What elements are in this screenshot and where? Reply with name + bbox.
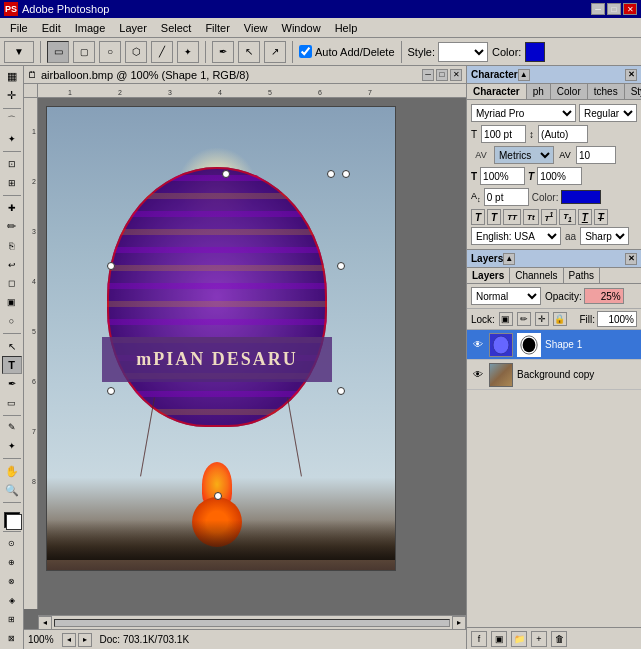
color-swatch[interactable] — [525, 42, 545, 62]
opacity-input[interactable] — [584, 288, 624, 304]
layer-mask-btn[interactable]: ▣ — [491, 631, 507, 647]
layer-item-bg-copy[interactable]: 👁 Background copy — [467, 360, 641, 390]
tt-super[interactable]: T1 — [541, 209, 558, 225]
baseline-input[interactable] — [484, 188, 529, 206]
doc-maximize[interactable]: □ — [436, 69, 448, 81]
shape-tool-rounded[interactable]: ▢ — [73, 41, 95, 63]
shape-tool-ellipse[interactable]: ○ — [99, 41, 121, 63]
tool-shape[interactable]: ▭ — [2, 394, 22, 412]
tool-brush[interactable]: ✏ — [2, 218, 22, 236]
tool-lasso[interactable]: ⌒ — [2, 112, 22, 130]
layer-eye-shape1[interactable]: 👁 — [471, 338, 485, 352]
tool-extra-3[interactable]: ⊗ — [2, 572, 22, 590]
tool-healing[interactable]: ✚ — [2, 199, 22, 217]
menu-filter[interactable]: Filter — [199, 20, 235, 36]
tool-hand[interactable]: ✋ — [2, 462, 22, 480]
maximize-button[interactable]: □ — [607, 3, 621, 15]
layer-eye-bg[interactable]: 👁 — [471, 368, 485, 382]
lock-all[interactable]: 🔒 — [553, 312, 567, 326]
shape-tool-line[interactable]: ╱ — [151, 41, 173, 63]
tab-layers[interactable]: Layers — [467, 268, 510, 283]
menu-help[interactable]: Help — [329, 20, 364, 36]
tab-channels[interactable]: Channels — [510, 268, 563, 283]
menu-select[interactable]: Select — [155, 20, 198, 36]
tt-small-caps[interactable]: Tt — [523, 209, 539, 225]
tool-path-select[interactable]: ↖ — [2, 337, 22, 355]
tool-magic-wand[interactable]: ✦ — [2, 131, 22, 149]
tool-extra-6[interactable]: ⊠ — [2, 629, 22, 647]
doc-minimize[interactable]: ─ — [422, 69, 434, 81]
font-size-input[interactable] — [481, 125, 526, 143]
menu-view[interactable]: View — [238, 20, 274, 36]
tab-ph[interactable]: ph — [527, 84, 551, 99]
canvas-document[interactable]: mPIAN DESARU — [46, 106, 396, 571]
tab-color[interactable]: Color — [551, 84, 588, 99]
kerning-select[interactable]: Metrics — [494, 146, 554, 164]
pen-tool[interactable]: ✒ — [212, 41, 234, 63]
lock-position[interactable]: ✛ — [535, 312, 549, 326]
shape-tool-custom[interactable]: ✦ — [177, 41, 199, 63]
leading-input[interactable] — [538, 125, 588, 143]
layer-item-shape1[interactable]: 👁 Shape 1 — [467, 330, 641, 360]
background-color[interactable] — [6, 514, 22, 530]
tab-character[interactable]: Character — [467, 84, 527, 99]
tt-italic[interactable]: T — [487, 209, 501, 225]
tool-zoom[interactable]: 🔍 — [2, 481, 22, 499]
layer-fx-btn[interactable]: f — [471, 631, 487, 647]
shape-tool-polygon[interactable]: ⬡ — [125, 41, 147, 63]
menu-layer[interactable]: Layer — [113, 20, 153, 36]
tool-preset-picker[interactable]: ▼ — [4, 41, 34, 63]
shape-tool-rectangle[interactable]: ▭ — [47, 41, 69, 63]
char-color-swatch[interactable] — [561, 190, 601, 204]
fill-input[interactable] — [597, 311, 637, 327]
tool-type[interactable]: T — [2, 356, 22, 374]
close-button[interactable]: ✕ — [623, 3, 637, 15]
lock-transparency[interactable]: ▣ — [499, 312, 513, 326]
tab-paths[interactable]: Paths — [564, 268, 601, 283]
tool-dodge[interactable]: ○ — [2, 312, 22, 330]
tool-history[interactable]: ↩ — [2, 256, 22, 274]
layer-delete-btn[interactable]: 🗑 — [551, 631, 567, 647]
path-select[interactable]: ↖ — [238, 41, 260, 63]
tt-underline[interactable]: T — [578, 209, 592, 225]
layers-expand-btn[interactable]: ▲ — [503, 253, 515, 265]
blend-mode-select[interactable]: Normal — [471, 287, 541, 305]
tool-move[interactable]: ✛ — [2, 87, 22, 105]
tool-extra-5[interactable]: ⊞ — [2, 610, 22, 628]
menu-file[interactable]: File — [4, 20, 34, 36]
tool-crop[interactable]: ⊡ — [2, 155, 22, 173]
nav-next[interactable]: ▸ — [78, 633, 92, 647]
tool-eyedropper[interactable]: ✦ — [2, 437, 22, 455]
auto-add-delete-checkbox[interactable] — [299, 45, 312, 58]
tool-pen[interactable]: ✒ — [2, 375, 22, 393]
menu-window[interactable]: Window — [276, 20, 327, 36]
tool-slice[interactable]: ⊞ — [2, 174, 22, 192]
anti-alias-select[interactable]: Sharp — [580, 227, 629, 245]
font-family-select[interactable]: Myriad Pro — [471, 104, 576, 122]
tt-sub[interactable]: T1 — [559, 209, 576, 225]
tool-extra-1[interactable]: ⊙ — [2, 535, 22, 553]
font-style-select[interactable]: Regular — [579, 104, 637, 122]
scroll-right-btn[interactable]: ▸ — [452, 616, 466, 630]
nav-prev[interactable]: ◂ — [62, 633, 76, 647]
tool-extra-2[interactable]: ⊕ — [2, 554, 22, 572]
tt-bold[interactable]: T — [471, 209, 485, 225]
char-close-btn[interactable]: ✕ — [625, 69, 637, 81]
tool-gradient[interactable]: ▣ — [2, 293, 22, 311]
tt-strike[interactable]: T — [594, 209, 608, 225]
tracking-input[interactable] — [576, 146, 616, 164]
layer-group-btn[interactable]: 📁 — [511, 631, 527, 647]
doc-close[interactable]: ✕ — [450, 69, 462, 81]
tool-marquee[interactable]: ▦ — [2, 68, 22, 86]
canvas-background[interactable]: mPIAN DESARU — [38, 98, 466, 609]
tab-tches[interactable]: tches — [588, 84, 625, 99]
scroll-left-btn[interactable]: ◂ — [38, 616, 52, 630]
direct-select[interactable]: ↗ — [264, 41, 286, 63]
layer-new-btn[interactable]: + — [531, 631, 547, 647]
tt-all-caps[interactable]: TT — [503, 209, 521, 225]
tool-stamp[interactable]: ⎘ — [2, 237, 22, 255]
tool-extra-4[interactable]: ◈ — [2, 591, 22, 609]
scroll-track[interactable] — [54, 619, 450, 627]
h-scale-input[interactable] — [480, 167, 525, 185]
tool-notes[interactable]: ✎ — [2, 419, 22, 437]
